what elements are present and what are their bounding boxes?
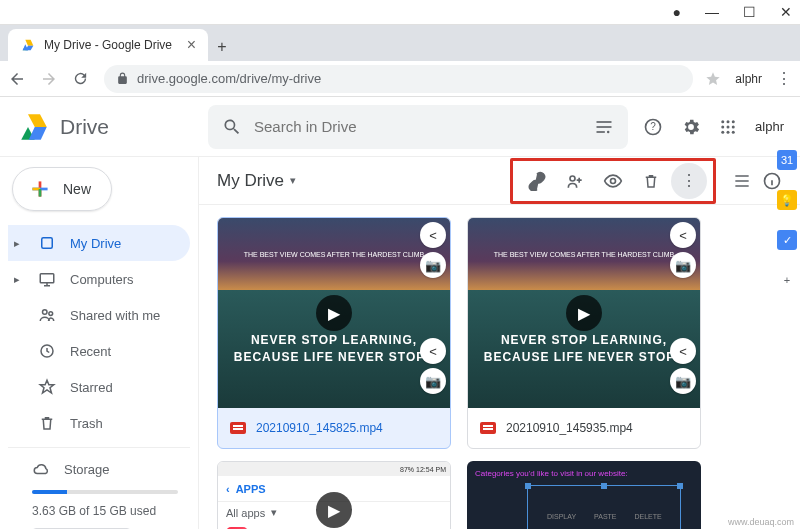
sidebar-item-storage[interactable]: Storage [8,454,190,484]
forward-button[interactable] [40,70,60,88]
chevron-down-icon: ▾ [290,174,296,187]
tab-title: My Drive - Google Drive [44,38,172,52]
close-window-icon[interactable]: ✕ [780,4,792,20]
file-card[interactable]: THE BEST VIEW COMES AFTER THE HARDEST CL… [217,217,451,449]
recent-icon [38,342,56,360]
search-options-icon[interactable] [594,117,614,137]
browser-profile[interactable]: alphr [735,72,762,86]
thumb-caption: THE BEST VIEW COMES AFTER THE HARDEST CL… [468,218,700,290]
svg-point-10 [727,125,730,128]
svg-point-14 [732,130,735,133]
plus-icon [27,176,53,202]
storage-progress [32,490,178,494]
keep-rail-icon[interactable]: 💡 [777,190,797,210]
svg-rect-0 [597,121,612,123]
file-card[interactable]: Categories you'd like to visit in our we… [467,461,701,529]
window-controls: ● — ☐ ✕ [0,0,800,25]
svg-point-21 [570,176,575,181]
sidebar-label: Starred [70,380,113,395]
ctx-label: DISPLAY [547,513,576,520]
play-icon: ▶ [316,492,352,528]
svg-rect-1 [597,126,612,128]
svg-point-19 [49,312,53,316]
browser-tab-active[interactable]: My Drive - Google Drive × [8,29,208,61]
sidebar-item-starred[interactable]: ▸ Starred [8,369,190,405]
chevron-right-icon: ▸ [14,237,24,250]
reload-button[interactable] [72,70,92,87]
share-overlay-icon[interactable]: < [420,222,446,248]
files-grid: THE BEST VIEW COMES AFTER THE HARDEST CL… [199,205,800,529]
delete-button[interactable] [633,163,669,199]
apps-grid-icon[interactable] [719,118,737,136]
sidebar-item-recent[interactable]: ▸ Recent [8,333,190,369]
new-tab-button[interactable]: + [208,33,236,61]
calendar-rail-icon[interactable]: 31 [777,150,797,170]
main-content: My Drive ▾ ⋮ [198,157,800,529]
sidebar-item-computers[interactable]: ▸ Computers [8,261,190,297]
maximize-icon[interactable]: ☐ [743,4,756,20]
sidebar-label: Recent [70,344,111,359]
share-overlay-icon[interactable]: < [670,222,696,248]
bookmark-icon[interactable] [705,71,721,87]
list-view-button[interactable] [732,171,752,191]
new-button[interactable]: New [12,167,112,211]
file-name: 20210910_145935.mp4 [506,421,633,435]
sidebar-item-shared[interactable]: ▸ Shared with me [8,297,190,333]
file-card[interactable]: 87% 12:54 PM ‹ APPS All apps ▾ ♪ Apple M… [217,461,451,529]
browser-menu-icon[interactable]: ⋮ [776,69,792,88]
svg-point-9 [721,125,724,128]
tab-close-icon[interactable]: × [187,36,196,54]
lock-icon [116,72,129,85]
search-input[interactable] [254,118,582,135]
svg-point-18 [43,310,48,315]
support-icon[interactable]: ? [643,117,663,137]
svg-point-7 [727,120,730,123]
phone-status-bar: 87% 12:54 PM [218,462,450,476]
folder-title: My Drive [217,171,284,191]
svg-point-3 [607,130,610,133]
search-box[interactable] [208,105,628,149]
drive-logo-icon [16,109,52,145]
back-button[interactable] [8,70,28,88]
tasks-rail-icon[interactable]: ✓ [777,230,797,250]
settings-icon[interactable] [681,117,701,137]
side-panel-rail: 31 💡 ✓ + [774,140,800,290]
watermark: www.deuaq.com [728,517,794,527]
svg-point-12 [721,130,724,133]
play-icon: ▶ [316,295,352,331]
file-name: 20210910_145825.mp4 [256,421,383,435]
preview-button[interactable] [595,163,631,199]
file-thumbnail: THE BEST VIEW COMES AFTER THE HARDEST CL… [468,218,700,408]
minimize-icon[interactable]: — [705,4,719,20]
add-rail-icon[interactable]: + [777,270,797,290]
share-button[interactable] [557,163,593,199]
search-icon [222,117,242,137]
camera-overlay-icon[interactable]: 📷 [420,252,446,278]
svg-point-13 [727,130,730,133]
selection-box [527,485,681,529]
camera-overlay-icon[interactable]: 📷 [670,252,696,278]
svg-rect-17 [40,274,54,283]
share-overlay-icon[interactable]: < [420,338,446,364]
url-field[interactable]: drive.google.com/drive/my-drive [104,65,693,93]
trash-icon [38,414,56,432]
file-label-row: 20210910_145825.mp4 [218,408,450,448]
file-card[interactable]: THE BEST VIEW COMES AFTER THE HARDEST CL… [467,217,701,449]
cloud-icon [32,460,50,478]
folder-title-dropdown[interactable]: My Drive ▾ [217,171,296,191]
file-thumbnail: THE BEST VIEW COMES AFTER THE HARDEST CL… [218,218,450,408]
sidebar-item-my-drive[interactable]: ▸ My Drive [8,225,190,261]
get-link-button[interactable] [519,163,555,199]
my-drive-icon [38,234,56,252]
sidebar-label: My Drive [70,236,121,251]
share-overlay-icon[interactable]: < [670,338,696,364]
camera-overlay-icon[interactable]: 📷 [420,368,446,394]
status-text: 87% 12:54 PM [400,466,446,473]
more-actions-button[interactable]: ⋮ [671,163,707,199]
drive-logo[interactable]: Drive [16,109,196,145]
record-icon: ● [673,4,681,20]
camera-overlay-icon[interactable]: 📷 [670,368,696,394]
sidebar-item-trash[interactable]: ▸ Trash [8,405,190,441]
drive-profile[interactable]: alphr [755,119,784,134]
ctx-label: PASTE [594,513,616,520]
